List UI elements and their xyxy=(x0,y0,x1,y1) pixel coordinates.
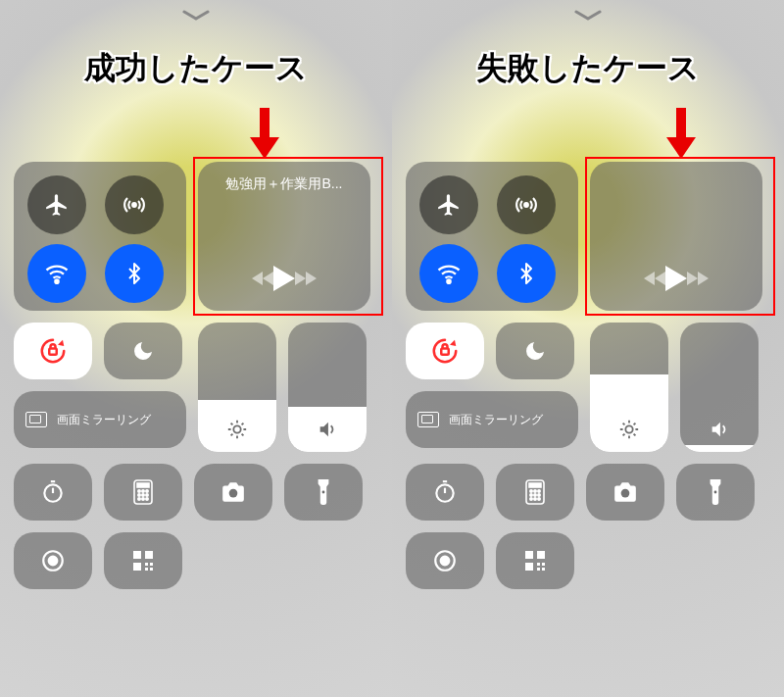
camera-button[interactable] xyxy=(194,464,272,521)
svg-line-10 xyxy=(242,423,244,425)
wifi-button[interactable] xyxy=(27,244,86,303)
mirroring-label: 画面ミラーリング xyxy=(449,412,543,428)
svg-point-18 xyxy=(142,490,144,492)
svg-rect-70 xyxy=(537,563,540,566)
now-playing-title: 勉強用＋作業用B... xyxy=(225,175,342,193)
svg-point-59 xyxy=(538,494,540,496)
brightness-icon xyxy=(198,419,276,440)
svg-point-0 xyxy=(132,203,136,207)
lock-rotation-button[interactable] xyxy=(14,323,92,379)
brightness-icon xyxy=(590,419,668,440)
play-icon[interactable] xyxy=(665,266,687,291)
svg-line-47 xyxy=(634,423,636,425)
camera-button[interactable] xyxy=(586,464,664,521)
cellular-button[interactable] xyxy=(497,175,556,234)
mirroring-icon xyxy=(25,412,47,427)
do-not-disturb-button[interactable] xyxy=(104,323,182,379)
svg-point-62 xyxy=(538,498,540,500)
timer-button[interactable] xyxy=(14,464,92,521)
svg-point-29 xyxy=(49,557,58,566)
svg-rect-32 xyxy=(133,563,141,571)
svg-point-1 xyxy=(55,280,58,283)
svg-rect-71 xyxy=(542,563,545,566)
volume-icon xyxy=(288,419,367,440)
rewind-icon[interactable] xyxy=(252,272,273,285)
svg-point-22 xyxy=(146,494,148,496)
calculator-button[interactable] xyxy=(104,464,182,521)
svg-point-23 xyxy=(138,498,140,500)
svg-rect-2 xyxy=(49,349,57,355)
svg-line-8 xyxy=(231,423,233,425)
forward-icon[interactable] xyxy=(295,272,317,285)
brightness-slider[interactable] xyxy=(590,323,668,452)
svg-line-45 xyxy=(623,423,625,425)
svg-rect-39 xyxy=(441,349,449,355)
svg-rect-69 xyxy=(525,563,533,571)
brightness-fill xyxy=(590,374,668,452)
forward-icon[interactable] xyxy=(687,272,709,285)
airplane-mode-button[interactable] xyxy=(419,175,478,234)
svg-point-19 xyxy=(146,490,148,492)
brightness-slider[interactable] xyxy=(198,323,276,452)
svg-point-60 xyxy=(530,498,532,500)
svg-line-46 xyxy=(634,434,636,436)
svg-point-27 xyxy=(322,491,325,494)
qr-scan-button[interactable] xyxy=(496,532,574,589)
connectivity-group[interactable] xyxy=(406,162,578,311)
svg-rect-30 xyxy=(133,551,141,559)
svg-rect-72 xyxy=(537,568,540,571)
connectivity-group[interactable] xyxy=(14,162,186,311)
svg-point-17 xyxy=(138,490,140,492)
airplane-mode-button[interactable] xyxy=(27,175,86,234)
screen-mirroring-button[interactable]: 画面ミラーリング xyxy=(14,391,186,448)
comparison-canvas: 成功したケース xyxy=(0,0,784,697)
control-center-grid: 画面ミラーリング xyxy=(406,162,770,601)
timer-button[interactable] xyxy=(406,464,484,521)
svg-point-24 xyxy=(142,498,144,500)
calculator-button[interactable] xyxy=(496,464,574,521)
svg-point-64 xyxy=(714,491,717,494)
rewind-icon[interactable] xyxy=(644,272,665,285)
bluetooth-button[interactable] xyxy=(497,244,556,303)
svg-rect-36 xyxy=(150,568,153,571)
play-icon[interactable] xyxy=(273,266,295,291)
wifi-button[interactable] xyxy=(419,244,478,303)
bluetooth-button[interactable] xyxy=(105,244,164,303)
do-not-disturb-button[interactable] xyxy=(496,323,574,379)
screen-record-button[interactable] xyxy=(14,532,92,589)
svg-point-25 xyxy=(146,498,148,500)
svg-rect-73 xyxy=(542,568,545,571)
svg-rect-34 xyxy=(150,563,153,566)
svg-rect-53 xyxy=(529,483,541,487)
svg-point-38 xyxy=(447,280,450,283)
svg-point-54 xyxy=(530,490,532,492)
svg-point-37 xyxy=(524,203,528,207)
svg-rect-16 xyxy=(137,483,149,487)
svg-rect-35 xyxy=(145,568,148,571)
screenshot-failure: 失敗したケース xyxy=(392,0,784,697)
volume-fill xyxy=(680,445,759,452)
lock-rotation-button[interactable] xyxy=(406,323,484,379)
collapse-chevron-icon[interactable] xyxy=(392,10,784,22)
svg-point-58 xyxy=(534,494,536,496)
svg-point-55 xyxy=(534,490,536,492)
media-controls[interactable]: 勉強用＋作業用B... xyxy=(198,162,370,311)
flashlight-button[interactable] xyxy=(284,464,363,521)
collapse-chevron-icon[interactable] xyxy=(0,10,392,22)
media-controls[interactable] xyxy=(590,162,762,311)
annotation-arrow-icon xyxy=(250,108,279,159)
flashlight-button[interactable] xyxy=(676,464,755,521)
volume-slider[interactable] xyxy=(680,323,759,452)
svg-rect-68 xyxy=(537,551,545,559)
qr-scan-button[interactable] xyxy=(104,532,182,589)
control-center-grid: 勉強用＋作業用B... xyxy=(14,162,378,601)
volume-slider[interactable] xyxy=(288,323,367,452)
svg-rect-33 xyxy=(145,563,148,566)
svg-line-11 xyxy=(231,434,233,436)
svg-point-57 xyxy=(530,494,532,496)
screen-mirroring-button[interactable]: 画面ミラーリング xyxy=(406,391,578,448)
svg-rect-31 xyxy=(145,551,153,559)
cellular-button[interactable] xyxy=(105,175,164,234)
screen-record-button[interactable] xyxy=(406,532,484,589)
svg-rect-67 xyxy=(525,551,533,559)
